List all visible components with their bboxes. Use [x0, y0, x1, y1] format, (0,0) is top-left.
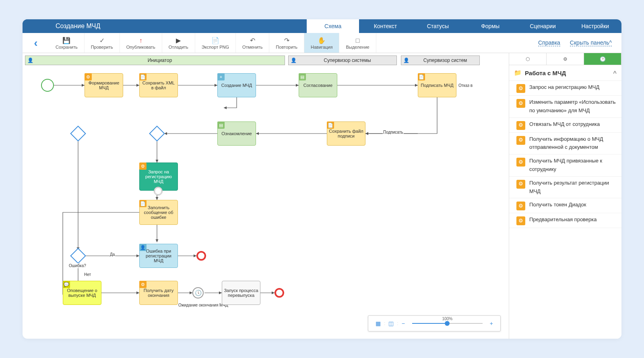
doc-icon: 📄 — [139, 200, 147, 207]
debug-icon: ▶ — [176, 37, 181, 45]
user-icon: 👤 — [25, 58, 35, 63]
end-event-2[interactable] — [275, 288, 284, 298]
doc-icon: 📄 — [139, 73, 147, 80]
side-item[interactable]: ⚙Получить токен Диадок — [509, 198, 621, 213]
side-tab-add[interactable]: ⬡ — [509, 53, 547, 65]
canvas[interactable]: 👤Инициатор 👤Супервизор системы 👤Супервиз… — [23, 53, 621, 339]
redo-button[interactable]: ↷Повторить — [269, 33, 304, 53]
side-item[interactable]: ⚙Получить результат регистрации МЧД — [509, 177, 621, 199]
gear-icon: ⚙ — [516, 99, 525, 108]
debug-button[interactable]: ▶Отладить — [162, 33, 195, 53]
tab-forms[interactable]: Формы — [464, 19, 516, 33]
map-icon[interactable]: ◫ — [388, 320, 394, 327]
node-reg-error[interactable]: 👤Ошибка при регистрации МЧД — [139, 244, 178, 268]
plus-icon: + — [217, 73, 225, 80]
side-list: ⚙Запрос на регистрацию МЧД ⚙Изменить пар… — [509, 81, 621, 228]
node-create-mchd[interactable]: +Создание МЧД — [217, 73, 256, 97]
user-icon: 👤 — [289, 58, 298, 63]
msg-icon: 💬 — [63, 281, 70, 288]
label-refuse: Отказ в — [458, 83, 473, 88]
tab-schema[interactable]: Схема — [307, 19, 359, 33]
redo-icon: ↷ — [284, 37, 289, 45]
side-item[interactable]: ⚙Предварительная проверка — [509, 213, 621, 228]
save-icon: 💾 — [62, 37, 70, 45]
gateway-1[interactable] — [149, 126, 165, 142]
selection-icon: □ — [356, 37, 360, 45]
side-item[interactable]: ⚙Запрос на регистрацию МЧД — [509, 81, 621, 96]
lane-initiator: 👤Инициатор — [25, 56, 285, 65]
doc-icon: 📄 — [327, 121, 334, 129]
selection-button[interactable]: □Выделение — [339, 33, 376, 53]
side-item[interactable]: ⚙Отвязать МЧД от сотрудника — [509, 118, 621, 133]
side-item[interactable]: ⚙Получить информацию о МЧД отправленной … — [509, 133, 621, 155]
publish-button[interactable]: ↑Опубликовать — [120, 33, 162, 53]
side-panel: ⬡ ⚙ 🕑 📁 Работа с МЧД ^ ⚙Запрос на регист… — [509, 53, 621, 339]
label-sign: Подписать — [383, 130, 404, 135]
task-icon: ▤ — [217, 121, 225, 129]
header: Создание МЧД Схема Контекст Статусы Форм… — [23, 19, 621, 33]
gear-icon: ⚙ — [139, 281, 147, 288]
hidepanel-link[interactable]: Скрыть панель^ — [570, 39, 612, 46]
nav-tabs: Схема Контекст Статусы Формы Сценарии На… — [307, 19, 621, 33]
publish-icon: ↑ — [139, 37, 142, 45]
tab-scenarios[interactable]: Сценарии — [516, 19, 569, 33]
tab-settings[interactable]: Настройки — [569, 19, 621, 33]
gear-icon: ⚙ — [516, 121, 525, 130]
folder-header[interactable]: 📁 Работа с МЧД ^ — [509, 65, 621, 81]
undo-icon: ↶ — [250, 37, 255, 45]
navigation-button[interactable]: ✋Навигация — [304, 33, 339, 53]
gear-icon: ⚙ — [139, 163, 147, 170]
gear-icon: ⚙ — [516, 158, 525, 167]
node-approval[interactable]: ▤Согласование — [299, 73, 337, 97]
node-get-end-date[interactable]: ⚙Получить дату окончания — [139, 281, 178, 305]
label-error-q: Ошибка? — [68, 263, 87, 268]
node-start-reissue[interactable]: Запуск процесса перевыпуска — [222, 281, 260, 305]
side-tab-widgets[interactable]: 🕑 — [584, 53, 621, 65]
node-form-mchd[interactable]: ⚙Формирование МЧД — [85, 73, 123, 97]
start-event[interactable] — [41, 79, 54, 92]
gear-icon: ⚙ — [516, 84, 525, 93]
save-button[interactable]: 💾Сохранить — [49, 33, 85, 53]
label-yes: Да — [109, 252, 115, 257]
user-icon: 👤 — [139, 244, 147, 251]
minus-icon[interactable]: − — [402, 320, 405, 327]
side-tab-settings[interactable]: ⚙ — [547, 53, 584, 65]
node-save-xml[interactable]: 📄Сохранить XML в файл — [139, 73, 178, 97]
grid-icon[interactable]: ▦ — [376, 320, 381, 327]
undo-button[interactable]: ↶Отменить — [236, 33, 269, 53]
exportpng-button[interactable]: 📄Экспорт PNG — [195, 33, 236, 53]
check-icon: ✓ — [99, 37, 105, 45]
back-icon[interactable]: ‹ — [34, 37, 37, 49]
task-icon: ▤ — [299, 73, 306, 80]
lane-supervisor2: 👤Супервизор систем — [401, 56, 480, 65]
user-icon: 👤 — [401, 58, 411, 63]
node-save-sig[interactable]: 📄Сохранить файл подписи — [327, 121, 365, 146]
side-item[interactable]: ⚙Изменить параметр «Использовать по умол… — [509, 96, 621, 118]
tab-context[interactable]: Контекст — [359, 19, 411, 33]
node-review[interactable]: ▤Ознакомление — [217, 121, 256, 146]
gateway-error[interactable] — [70, 248, 86, 264]
timer-event[interactable]: 🕔 — [192, 287, 204, 298]
chevron-up-icon: ^ — [613, 70, 617, 76]
gear-icon: ⚙ — [516, 180, 525, 189]
intermediate-event[interactable] — [154, 187, 163, 195]
label-no: Нет — [84, 272, 91, 277]
label-wait-end: Ожидание окончания МЧД — [178, 302, 229, 308]
end-event-1[interactable] — [196, 251, 206, 261]
gear-icon: ⚙ — [516, 136, 525, 145]
plus-icon[interactable]: + — [490, 320, 493, 327]
node-sign-mchd[interactable]: 📄Подписать МЧД — [418, 73, 456, 97]
zoom-bar: ▦ : ◫ : − 100% + — [368, 315, 501, 331]
gateway-top[interactable] — [70, 126, 86, 142]
help-link[interactable]: Справка — [538, 39, 560, 46]
zoom-slider[interactable]: 100% — [412, 323, 483, 324]
side-item[interactable]: ⚙Получить МЧД привязанные к сотруднику — [509, 154, 621, 177]
toolbar: ‹ 💾Сохранить ✓Проверить ↑Опубликовать ▶О… — [23, 33, 621, 53]
page-title: Создание МЧД — [49, 19, 307, 33]
node-notify-release[interactable]: 💬Оповещение о выпуске МЧД — [63, 281, 101, 305]
check-button[interactable]: ✓Проверить — [85, 33, 120, 53]
gear-icon: ⚙ — [516, 216, 525, 225]
gear-icon: ⚙ — [85, 73, 92, 80]
tab-statuses[interactable]: Статусы — [412, 19, 464, 33]
node-fill-error[interactable]: 📄Заполнить сообщение об ошибке — [139, 200, 178, 225]
